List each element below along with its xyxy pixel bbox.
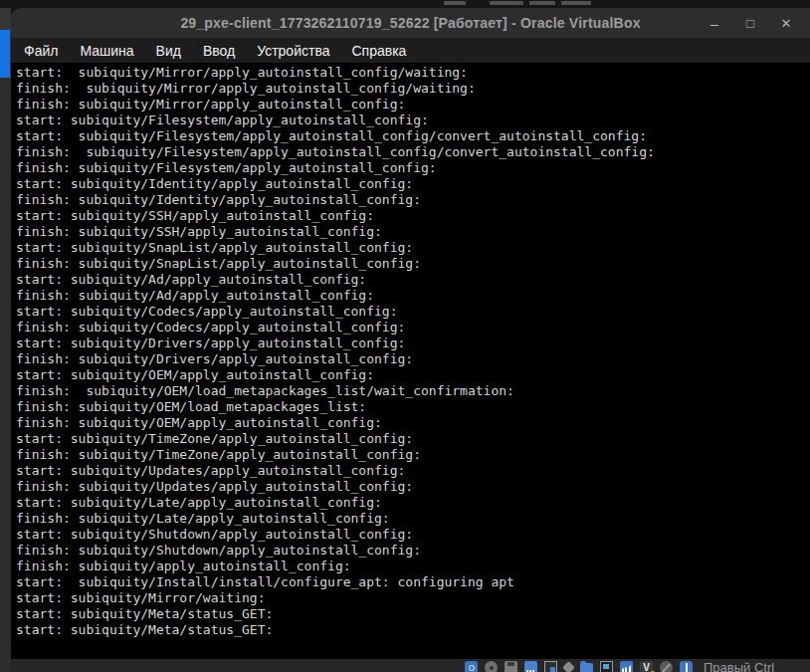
- minimize-button[interactable]: –: [697, 8, 732, 38]
- console-line: start: subiquity/Mirror/apply_autoinstal…: [16, 65, 810, 81]
- background-window-edge: [0, 0, 810, 8]
- keyboard-capture-icon[interactable]: [680, 661, 693, 672]
- console-line: start: subiquity/Ad/apply_autoinstall_co…: [16, 272, 810, 288]
- console-line: start: subiquity/Meta/status_GET:: [16, 606, 810, 622]
- console-line: start: subiquity/Filesystem/apply_autoin…: [16, 128, 810, 144]
- console-line: start: subiquity/Drivers/apply_autoinsta…: [16, 336, 810, 351]
- console-line: finish: subiquity/Late/apply_autoinstall…: [16, 511, 810, 527]
- console-line: start: subiquity/Codecs/apply_autoinstal…: [16, 304, 810, 320]
- screen: 29_pxe-client_1773262110719_52622 [Работ…: [0, 0, 810, 672]
- maximize-button[interactable]: □: [732, 8, 768, 38]
- console-line: start: subiquity/Identity/apply_autoinst…: [16, 176, 810, 192]
- guest-console[interactable]: start: subiquity/Mirror/apply_autoinstal…: [11, 63, 810, 659]
- taskbar-accent-bar: [0, 30, 10, 78]
- hard-disks-icon[interactable]: [465, 661, 478, 672]
- network-icon[interactable]: [524, 661, 537, 672]
- console-line: start: subiquity/Filesystem/apply_autoin…: [16, 112, 810, 128]
- floppy-drives-icon[interactable]: [505, 661, 517, 672]
- mouse-integration-icon[interactable]: [660, 661, 673, 672]
- close-button[interactable]: ✕: [768, 8, 804, 38]
- window-controls: – □ ✕: [697, 8, 804, 38]
- console-line: start: subiquity/TimeZone/apply_autoinst…: [16, 431, 810, 447]
- console-line: finish: subiquity/Mirror/apply_autoinsta…: [16, 97, 810, 112]
- console-line: finish: subiquity/Drivers/apply_autoinst…: [16, 351, 810, 367]
- console-line: finish: subiquity/apply_autoinstall_conf…: [16, 559, 810, 574]
- console-line: start: subiquity/SSH/apply_autoinstall_c…: [16, 208, 810, 224]
- host-key-label: Правый Ctrl: [704, 660, 774, 672]
- window-title: 29_pxe-client_1773262110719_52622 [Работ…: [180, 15, 640, 31]
- console-line: start: subiquity/OEM/apply_autoinstall_c…: [16, 367, 810, 383]
- console-line: finish: subiquity/Identity/apply_autoins…: [16, 192, 810, 208]
- console-line: finish: subiquity/OEM/apply_autoinstall_…: [16, 415, 810, 431]
- menu-devices[interactable]: Устройства: [246, 40, 340, 62]
- console-line: start: subiquity/SnapList/apply_autoinst…: [16, 240, 810, 256]
- console-line: finish: subiquity/Updates/apply_autoinst…: [16, 479, 810, 495]
- desktop-edge-lower: [0, 78, 11, 672]
- titlebar[interactable]: 29_pxe-client_1773262110719_52622 [Работ…: [11, 8, 810, 38]
- console-line: finish: subiquity/Ad/apply_autoinstall_c…: [16, 288, 810, 304]
- console-line: start: subiquity/Shutdown/apply_autoinst…: [16, 527, 810, 543]
- background-window-text-fragment: [490, 1, 523, 5]
- menu-help[interactable]: Справка: [340, 40, 417, 62]
- menubar: Файл Машина Вид Ввод Устройства Справка: [11, 38, 810, 63]
- console-line: finish: subiquity/Shutdown/apply_autoins…: [16, 543, 810, 559]
- menu-input[interactable]: Ввод: [192, 40, 246, 62]
- optical-drives-icon[interactable]: [485, 661, 498, 672]
- screen-capture-icon[interactable]: [544, 661, 557, 672]
- console-line: start: subiquity/Meta/status_GET:: [16, 622, 810, 638]
- display-icon[interactable]: [600, 661, 613, 672]
- console-line: start: subiquity/Updates/apply_autoinsta…: [16, 463, 810, 479]
- menu-file[interactable]: Файл: [13, 40, 69, 62]
- console-line: finish: subiquity/OEM/load_metapackages_…: [16, 383, 810, 399]
- console-line: start: subiquity/Install/install/configu…: [16, 574, 810, 590]
- console-line: finish: subiquity/SnapList/apply_autoins…: [16, 256, 810, 272]
- features-icon[interactable]: V: [640, 661, 653, 672]
- menu-machine[interactable]: Машина: [69, 40, 144, 62]
- console-line: finish: subiquity/Codecs/apply_autoinsta…: [16, 320, 810, 336]
- console-line: finish: subiquity/Mirror/apply_autoinsta…: [16, 81, 810, 97]
- background-window-text-fragment: [561, 1, 591, 5]
- console-line: finish: subiquity/Filesystem/apply_autoi…: [16, 160, 810, 176]
- recording-icon[interactable]: [620, 661, 633, 672]
- console-line: start: subiquity/Late/apply_autoinstall_…: [16, 495, 810, 511]
- menu-view[interactable]: Вид: [145, 40, 192, 62]
- console-line: finish: subiquity/Filesystem/apply_autoi…: [16, 144, 810, 160]
- console-line: start: subiquity/Mirror/waiting:: [16, 590, 810, 606]
- statusbar: V Правый Ctrl: [11, 659, 810, 672]
- background-window-text-fragment: [444, 1, 466, 5]
- console-line: finish: subiquity/OEM/load_metapackages_…: [16, 399, 810, 415]
- console-line: finish: subiquity/SSH/apply_autoinstall_…: [16, 224, 810, 240]
- virtualbox-window: 29_pxe-client_1773262110719_52622 [Работ…: [11, 8, 810, 672]
- usb-icon[interactable]: [562, 661, 575, 672]
- console-line: finish: subiquity/TimeZone/apply_autoins…: [16, 447, 810, 463]
- shared-folders-icon[interactable]: [580, 663, 593, 672]
- background-window-text-fragment: [529, 1, 555, 5]
